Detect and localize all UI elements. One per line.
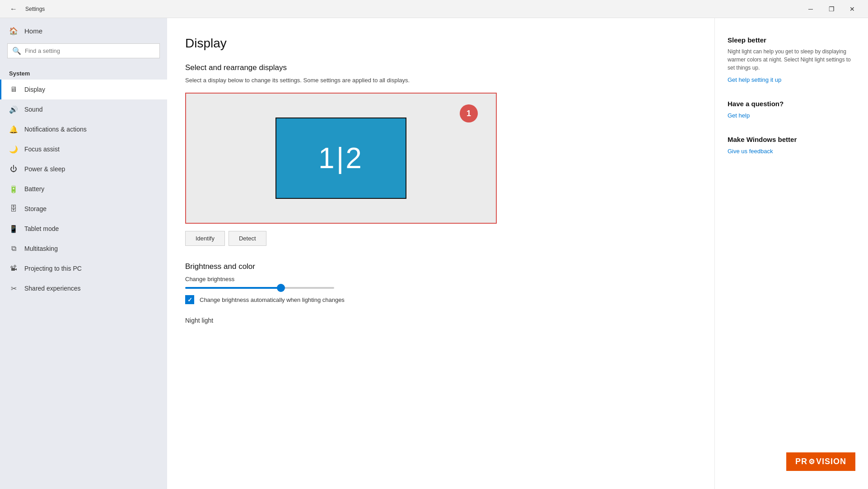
sleep-better-desc: Night light can help you get to sleep by…: [728, 47, 855, 72]
multitasking-icon: ⧉: [9, 244, 18, 253]
give-feedback-link[interactable]: Give us feedback: [728, 148, 773, 155]
storage-icon: 🗄: [9, 204, 18, 213]
brightness-slider[interactable]: [185, 287, 334, 289]
sleep-better-title: Sleep better: [728, 36, 855, 44]
sidebar-item-multitasking[interactable]: ⧉ Multitasking: [0, 239, 167, 259]
sidebar-item-storage-label: Storage: [24, 205, 47, 212]
sound-icon: 🔊: [9, 105, 18, 114]
sidebar-item-sound[interactable]: 🔊 Sound: [0, 99, 167, 119]
tablet-mode-icon: 📱: [9, 224, 18, 233]
back-button[interactable]: ←: [5, 1, 22, 17]
sidebar-item-display-label: Display: [24, 86, 45, 93]
focus-assist-icon: 🌙: [9, 145, 18, 154]
display-monitor: 1|2: [275, 118, 406, 199]
sidebar-item-notifications-label: Notifications & actions: [24, 126, 87, 133]
provision-text: PR: [795, 457, 807, 466]
right-section-feedback: Make Windows better Give us feedback: [728, 136, 855, 155]
window-controls: ─ ❐ ✕: [800, 0, 863, 18]
sidebar-item-tablet-mode[interactable]: 📱 Tablet mode: [0, 219, 167, 239]
identify-button[interactable]: Identify: [185, 231, 225, 246]
make-windows-better-title: Make Windows better: [728, 136, 855, 143]
minimize-button[interactable]: ─: [800, 0, 821, 18]
titlebar-title: Settings: [25, 6, 800, 12]
sidebar-item-sound-label: Sound: [24, 106, 42, 113]
notifications-icon: 🔔: [9, 125, 18, 134]
sidebar-item-shared-experiences-label: Shared experiences: [24, 285, 81, 292]
titlebar: ← Settings ─ ❐ ✕: [0, 0, 868, 18]
right-panel: Sleep better Night light can help you ge…: [714, 18, 868, 489]
search-input[interactable]: [25, 47, 155, 54]
right-section-sleep-better: Sleep better Night light can help you ge…: [728, 36, 855, 84]
provision-icon: ⚙: [808, 457, 815, 466]
search-box[interactable]: 🔍: [7, 43, 160, 58]
right-section-question: Have a question? Get help: [728, 100, 855, 119]
restore-button[interactable]: ❐: [821, 0, 842, 18]
power-icon: ⏻: [9, 165, 18, 174]
sidebar: 🏠 Home 🔍 System 🖥 Display 🔊 Sound 🔔 Noti…: [0, 18, 167, 489]
sidebar-item-storage[interactable]: 🗄 Storage: [0, 199, 167, 219]
detect-button[interactable]: Detect: [229, 231, 266, 246]
get-help-setting-link[interactable]: Get help setting it up: [728, 76, 781, 83]
auto-brightness-checkbox[interactable]: ✓: [185, 295, 194, 304]
have-question-title: Have a question?: [728, 100, 855, 108]
sidebar-item-power-sleep-label: Power & sleep: [24, 165, 65, 173]
sidebar-item-battery[interactable]: 🔋 Battery: [0, 179, 167, 199]
sidebar-section-label: System: [0, 64, 167, 80]
battery-icon: 🔋: [9, 184, 18, 193]
brightness-slider-container: [185, 287, 343, 289]
sidebar-item-battery-label: Battery: [24, 185, 44, 193]
display-number: 1|2: [318, 141, 364, 175]
sidebar-item-projecting-label: Projecting to this PC: [24, 265, 82, 272]
sidebar-item-home[interactable]: 🏠 Home: [0, 18, 167, 43]
provision-text2: VISION: [816, 457, 846, 466]
home-label: Home: [24, 27, 42, 35]
close-button[interactable]: ✕: [842, 0, 863, 18]
display-badge: 1: [460, 104, 478, 122]
search-icon: 🔍: [12, 47, 21, 55]
shared-experiences-icon: ✂: [9, 284, 18, 293]
sidebar-item-shared-experiences[interactable]: ✂ Shared experiences: [0, 278, 167, 298]
projecting-icon: 📽: [9, 264, 18, 273]
sidebar-item-notifications[interactable]: 🔔 Notifications & actions: [0, 119, 167, 139]
sidebar-item-multitasking-label: Multitasking: [24, 245, 58, 252]
sidebar-item-tablet-mode-label: Tablet mode: [24, 225, 59, 232]
sidebar-item-display[interactable]: 🖥 Display: [0, 80, 167, 99]
sidebar-item-power-sleep[interactable]: ⏻ Power & sleep: [0, 159, 167, 179]
provision-logo: PR ⚙ VISION: [786, 452, 855, 471]
display-icon: 🖥: [9, 85, 18, 94]
home-icon: 🏠: [9, 26, 18, 35]
get-help-link[interactable]: Get help: [728, 112, 750, 119]
display-preview[interactable]: 1|2 1: [185, 93, 497, 224]
auto-brightness-label: Change brightness automatically when lig…: [200, 296, 345, 303]
sidebar-item-focus-assist[interactable]: 🌙 Focus assist: [0, 139, 167, 159]
sidebar-item-projecting[interactable]: 📽 Projecting to this PC: [0, 259, 167, 278]
checkbox-check: ✓: [187, 296, 192, 303]
sidebar-item-focus-assist-label: Focus assist: [24, 146, 60, 153]
